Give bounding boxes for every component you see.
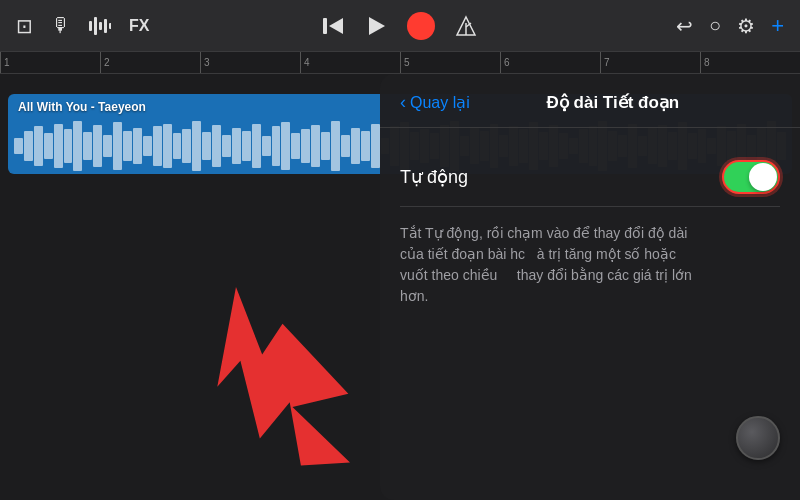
grid-icon[interactable]: ⊡	[16, 14, 33, 38]
rewind-icon[interactable]	[323, 15, 345, 37]
track-label: All With You - Taeyeon	[18, 100, 146, 114]
segment-length-panel: ‹ Quay lại Độ dài Tiết đoạn Tự động Tắt …	[380, 74, 800, 500]
svg-rect-2	[99, 22, 102, 30]
panel-title: Độ dài Tiết đoạn	[470, 92, 756, 113]
description-text: Tắt Tự động, rồi chạm vào để thay đổi độ…	[400, 225, 692, 304]
svg-rect-4	[109, 23, 111, 29]
panel-description: Tắt Tự động, rồi chạm vào để thay đổi độ…	[400, 223, 700, 307]
ruler-mark-2: 2	[100, 52, 200, 73]
auto-toggle[interactable]	[722, 160, 780, 194]
mic-icon[interactable]: 🎙	[51, 14, 71, 37]
svg-marker-12	[200, 276, 379, 476]
add-icon[interactable]: +	[771, 13, 784, 39]
eq-icon[interactable]	[89, 17, 111, 35]
auto-label: Tự động	[400, 166, 468, 188]
track-area: All With You - Taeyeon	[0, 74, 800, 500]
annotation-arrow	[200, 276, 400, 480]
ruler-marks: 1 2 3 4 5 6 7 8	[0, 52, 800, 73]
ruler-mark-3: 3	[200, 52, 300, 73]
toolbar-right: ↩ ○ ⚙ +	[676, 13, 784, 39]
ruler-mark-4: 4	[300, 52, 400, 73]
chevron-left-icon: ‹	[400, 92, 406, 113]
record-icon[interactable]	[407, 12, 435, 40]
ruler-mark-1: 1	[0, 52, 100, 73]
back-button[interactable]: ‹ Quay lại	[400, 92, 470, 113]
panel-body: Tự động Tắt Tự động, rồi chạm vào để tha…	[380, 128, 800, 323]
metronome-icon[interactable]	[455, 15, 477, 37]
toolbar: ⊡ 🎙 FX	[0, 0, 800, 52]
svg-rect-3	[104, 19, 107, 33]
ruler-mark-8: 8	[700, 52, 800, 73]
chat-icon[interactable]: ○	[709, 14, 721, 37]
toggle-knob	[749, 163, 777, 191]
svg-rect-1	[94, 17, 97, 35]
play-icon[interactable]	[365, 15, 387, 37]
fx-label[interactable]: FX	[129, 17, 149, 35]
svg-marker-6	[329, 18, 343, 34]
back-label[interactable]: Quay lại	[410, 93, 470, 112]
settings-icon[interactable]: ⚙	[737, 14, 755, 38]
panel-header: ‹ Quay lại Độ dài Tiết đoạn	[380, 74, 800, 128]
value-dial[interactable]	[736, 416, 780, 460]
svg-rect-5	[323, 18, 327, 34]
ruler-mark-7: 7	[600, 52, 700, 73]
timeline-ruler: 1 2 3 4 5 6 7 8	[0, 52, 800, 74]
undo-icon[interactable]: ↩	[676, 14, 693, 38]
ruler-mark-5: 5	[400, 52, 500, 73]
dial-container	[736, 416, 780, 460]
svg-marker-7	[369, 17, 385, 35]
transport-controls	[323, 12, 477, 40]
auto-toggle-row: Tự động	[400, 148, 780, 207]
main-area: All With You - Taeyeon	[0, 74, 800, 500]
ruler-mark-6: 6	[500, 52, 600, 73]
svg-rect-0	[89, 21, 92, 31]
